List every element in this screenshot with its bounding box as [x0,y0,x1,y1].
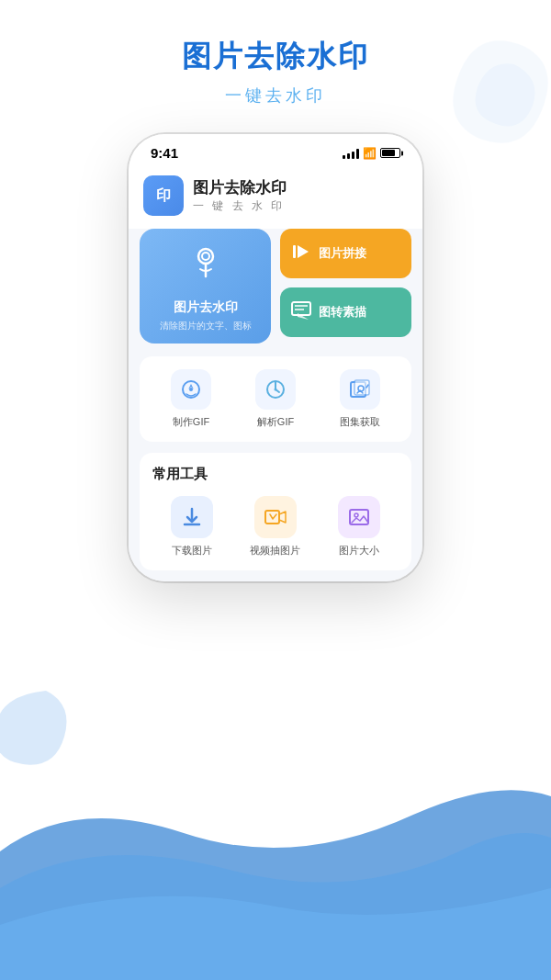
svg-point-11 [275,389,277,391]
splice-label: 图片拼接 [319,245,366,262]
gif-parse-icon [264,377,287,401]
status-icons: 📶 [343,147,400,160]
svg-point-17 [354,513,358,517]
download-icon-wrap [171,496,213,538]
app-header-text: 图片去除水印 一 键 去 水 印 [193,177,287,214]
video-extract-label: 视频抽图片 [250,544,300,558]
common-tools-section: 常用工具 下载图片 [140,453,411,570]
tool-album[interactable]: 图集获取 [340,369,380,429]
image-size-icon-wrap [338,496,380,538]
sketch-label: 图转素描 [319,304,366,321]
image-size-icon [347,505,371,529]
main-feature-card[interactable]: 图片去水印 清除图片的文字、图标 [140,229,271,344]
svg-marker-2 [298,245,309,258]
side-features: 图片拼接 图转素描 [280,229,411,344]
app-tagline: 一 键 去 水 印 [193,198,287,214]
svg-point-1 [202,253,209,260]
app-logo-text: 印 [156,186,171,206]
svg-point-9 [189,388,193,391]
video-extract-icon-wrap [254,496,297,538]
tool-gif-make[interactable]: 制作GIF [171,369,211,429]
page-title: 图片去除水印 [182,37,369,77]
page-subtitle: 一键去水印 [225,84,326,107]
status-time: 9:41 [151,145,178,161]
svg-rect-3 [293,245,296,258]
tool-video-extract[interactable]: 视频抽图片 [250,496,300,558]
feature-card-splice[interactable]: 图片拼接 [280,229,411,278]
gif-make-icon [179,377,203,401]
wifi-icon: 📶 [363,147,377,160]
app-header: 印 图片去除水印 一 键 去 水 印 [129,166,422,229]
common-tools-title: 常用工具 [152,466,399,483]
album-icon-wrap [340,369,380,410]
app-name: 图片去除水印 [193,177,287,198]
bottom-wave [0,723,551,980]
app-logo: 印 [143,175,184,216]
video-extract-icon [264,505,287,529]
common-tools-grid: 下载图片 视频抽图片 [152,496,399,558]
svg-point-0 [198,249,213,264]
tool-gif-parse[interactable]: 解析GIF [255,369,296,429]
album-label: 图集获取 [340,415,380,429]
download-label: 下载图片 [172,544,212,558]
signal-icon [343,148,359,159]
download-icon [180,505,204,529]
gif-parse-icon-wrap [255,369,296,410]
tool-image-size[interactable]: 图片大小 [338,496,380,558]
sketch-icon [291,300,311,325]
battery-icon [380,148,400,158]
main-feature-icon [186,243,226,292]
tool-download[interactable]: 下载图片 [171,496,213,558]
main-feature-desc: 清除图片的文字、图标 [160,320,252,332]
gif-make-label: 制作GIF [173,415,209,429]
album-icon [348,377,372,401]
status-bar: 9:41 📶 [129,134,422,166]
splice-icon [291,242,311,266]
tools-row: 制作GIF 解析GIF [140,356,411,442]
image-size-label: 图片大小 [339,544,379,558]
main-feature-title: 图片去水印 [174,299,238,316]
feature-card-sketch[interactable]: 图转素描 [280,287,411,337]
svg-rect-4 [292,302,310,315]
gif-parse-label: 解析GIF [257,415,294,429]
feature-grid: 图片去水印 清除图片的文字、图标 图片拼接 [140,229,411,344]
phone-mockup: 9:41 📶 印 图片去除水印 一 键 去 水 印 [129,134,422,581]
phone-body: 图片去水印 清除图片的文字、图标 图片拼接 [129,229,422,581]
gif-make-icon-wrap [171,369,211,410]
